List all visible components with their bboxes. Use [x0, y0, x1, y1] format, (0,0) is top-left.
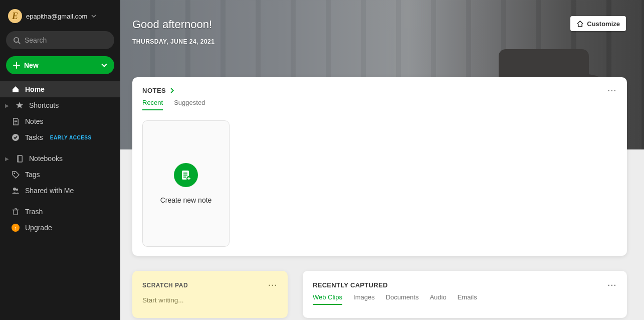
early-access-badge: EARLY ACCESS — [50, 135, 92, 140]
customize-label: Customize — [587, 20, 620, 28]
nav-notebooks-label: Notebooks — [29, 154, 63, 163]
recently-captured-widget: RECENTLY CAPTURED ··· Web Clips Images D… — [303, 271, 627, 318]
captured-title: RECENTLY CAPTURED — [313, 281, 388, 289]
search-icon — [13, 37, 21, 44]
account-email: epapitha@gmail.com — [26, 13, 87, 20]
avatar: E — [8, 9, 22, 23]
tab-documents[interactable]: Documents — [386, 293, 419, 305]
upgrade-icon: ↑ — [11, 224, 20, 232]
svg-point-0 — [14, 37, 19, 42]
nav-shared-label: Shared with Me — [25, 187, 74, 195]
new-button[interactable]: New — [6, 56, 114, 74]
nav-trash[interactable]: Trash — [0, 204, 120, 220]
note-icon — [11, 118, 20, 125]
nav-tags-label: Tags — [25, 171, 40, 179]
nav-home[interactable]: Home — [0, 81, 120, 97]
date-text: THURSDAY, JUNE 24, 2021 — [132, 38, 214, 45]
svg-line-1 — [18, 42, 20, 44]
scratch-title: SCRATCH PAD — [142, 282, 188, 289]
notes-tabs: Recent Suggested — [142, 99, 617, 110]
sidebar: E epapitha@gmail.com New Home ▶ — [0, 0, 120, 320]
create-note-label: Create new note — [160, 196, 212, 204]
account-menu[interactable]: E epapitha@gmail.com — [0, 7, 120, 28]
tab-recent[interactable]: Recent — [142, 99, 163, 110]
nav-tags[interactable]: Tags — [0, 167, 120, 183]
chevron-down-icon[interactable] — [101, 62, 107, 68]
nav-upgrade[interactable]: ↑ Upgrade — [0, 220, 120, 236]
tab-webclips[interactable]: Web Clips — [313, 293, 342, 305]
nav-tasks-label: Tasks — [25, 133, 43, 141]
tag-icon — [11, 171, 20, 179]
chevron-down-icon — [91, 14, 96, 19]
nav-home-label: Home — [25, 85, 45, 93]
notes-widget: NOTES ··· Recent Suggested Create new no… — [132, 77, 627, 256]
customize-button[interactable]: Customize — [570, 16, 626, 31]
nav-trash-label: Trash — [25, 208, 43, 216]
create-note-card[interactable]: Create new note — [142, 120, 230, 247]
star-icon — [15, 101, 24, 109]
scratch-input[interactable]: Start writing... — [142, 296, 278, 304]
people-icon — [11, 187, 20, 195]
greeting-text: Good afternoon! — [132, 18, 214, 31]
nav-notes[interactable]: Notes — [0, 113, 120, 129]
trash-icon — [11, 208, 20, 215]
caret-right-icon[interactable]: ▶ — [4, 103, 10, 108]
nav-upgrade-label: Upgrade — [25, 224, 52, 232]
main-area: Good afternoon! THURSDAY, JUNE 24, 2021 … — [120, 0, 644, 320]
notes-more-button[interactable]: ··· — [607, 86, 617, 95]
notes-title-link[interactable]: NOTES — [142, 87, 174, 94]
chevron-right-icon — [170, 88, 174, 93]
nav-shortcuts-label: Shortcuts — [29, 101, 59, 109]
home-icon — [11, 85, 20, 93]
scratch-more-button[interactable]: ··· — [268, 281, 278, 289]
customize-icon — [576, 20, 584, 28]
caret-right-icon[interactable]: ▶ — [4, 156, 10, 162]
svg-point-6 — [13, 188, 16, 191]
nav-tasks[interactable]: Tasks EARLY ACCESS — [0, 129, 120, 145]
search-box[interactable] — [6, 31, 114, 49]
captured-tabs: Web Clips Images Documents Audio Emails — [313, 293, 617, 305]
notebook-icon — [15, 155, 24, 163]
notes-title: NOTES — [142, 87, 166, 94]
tab-emails[interactable]: Emails — [458, 293, 477, 305]
plus-icon — [13, 62, 20, 69]
svg-point-7 — [16, 189, 18, 191]
tab-images[interactable]: Images — [353, 293, 375, 305]
search-input[interactable] — [25, 36, 107, 44]
new-button-label: New — [24, 61, 39, 69]
create-note-icon — [174, 163, 198, 187]
nav-shared[interactable]: Shared with Me — [0, 183, 120, 199]
scratch-pad-widget: SCRATCH PAD ··· Start writing... — [132, 271, 288, 318]
tab-suggested[interactable]: Suggested — [174, 99, 205, 110]
nav-shortcuts[interactable]: ▶ Shortcuts — [0, 97, 120, 113]
nav-notebooks[interactable]: ▶ Notebooks — [0, 150, 120, 167]
svg-point-5 — [14, 173, 15, 174]
tab-audio[interactable]: Audio — [430, 293, 446, 305]
check-circle-icon — [11, 133, 20, 141]
captured-more-button[interactable]: ··· — [607, 281, 617, 289]
nav-notes-label: Notes — [25, 117, 44, 125]
